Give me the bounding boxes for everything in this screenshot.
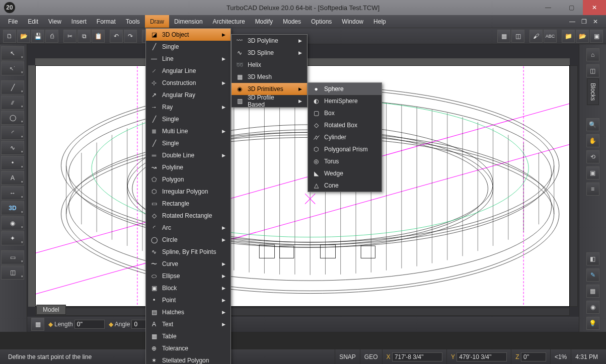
3dprim-item-wedge[interactable]: ◣Wedge	[308, 167, 382, 179]
menu-format[interactable]: Format	[92, 15, 121, 28]
3dprim-item-hemisphere[interactable]: ◐HemiSphere	[308, 95, 382, 107]
view-button-2[interactable]: ◫	[511, 30, 524, 43]
scrollbar-vertical[interactable]	[570, 65, 578, 307]
3dprim-item-polygonal-prism[interactable]: ⬡Polygonal Prism	[308, 143, 382, 155]
menu-view[interactable]: View	[43, 15, 66, 28]
draw-item-block[interactable]: ▣Block▶	[146, 282, 231, 294]
folder-2-button[interactable]: 📂	[576, 30, 589, 43]
menu-edit[interactable]: Edit	[23, 15, 43, 28]
draw-item-angular-ray[interactable]: ↗Angular Ray	[146, 89, 231, 101]
draw-item-circle[interactable]: ◯Circle▶	[146, 234, 231, 246]
3dobject-item-3d-primitives[interactable]: ◉3D Primitives▶	[232, 83, 307, 95]
menu-window[interactable]: Window	[337, 15, 368, 28]
mdi-restore-icon[interactable]: ❐	[581, 18, 587, 25]
tool-point[interactable]: •▾	[1, 156, 24, 170]
right-eraser[interactable]: ◧	[586, 252, 599, 265]
draw-item-polygon[interactable]: ⬠Polygon	[146, 173, 231, 186]
draw-item-ellipse[interactable]: ⬭Ellipse▶	[146, 270, 231, 282]
tool-curve[interactable]: ∿▾	[1, 141, 24, 155]
cut-button[interactable]: ✂	[63, 30, 77, 43]
undo-button[interactable]: ↶	[110, 30, 123, 43]
3dobject-item-helix[interactable]: ➿Helix	[232, 59, 307, 71]
3dprim-item-cone[interactable]: △Cone	[308, 179, 382, 192]
right-orbit[interactable]: ⟲	[586, 150, 599, 163]
status-geo[interactable]: GEO	[360, 349, 382, 364]
tool-select[interactable]: ↖▾	[1, 46, 24, 60]
blocks-tab[interactable]: Blocks	[587, 78, 599, 105]
menu-modes[interactable]: Modes	[278, 15, 306, 28]
3dprim-item-cylinder[interactable]: ⌭Cylinder	[308, 131, 382, 143]
tool-misc[interactable]: ◫▾	[1, 265, 24, 280]
menu-help[interactable]: Help	[368, 15, 391, 28]
draw-item-tolerance[interactable]: ⊕Tolerance	[146, 342, 231, 354]
tool-3d[interactable]: 3D▾	[1, 201, 24, 215]
3dobject-item-3d-spline[interactable]: ∿3D Spline▶	[232, 47, 307, 59]
save-all-button[interactable]: ⎙	[45, 30, 58, 43]
open-file-button[interactable]: 📂	[17, 30, 30, 43]
tool-text[interactable]: A▾	[1, 171, 24, 185]
draw-item-polyline[interactable]: ↝Polyline	[146, 161, 231, 173]
redo-button[interactable]: ↷	[124, 30, 137, 43]
right-edit-tool[interactable]: ✎	[586, 268, 599, 282]
draw-item-irregular-polygon[interactable]: ⬡Irregular Polygon	[146, 186, 231, 198]
draw-item-hatches[interactable]: ▤Hatches▶	[146, 306, 231, 318]
tool-wall[interactable]: ▭▾	[1, 250, 24, 264]
right-lights[interactable]: 💡	[586, 317, 599, 330]
menu-tools[interactable]: Tools	[121, 15, 145, 28]
view-button-1[interactable]: ▦	[497, 30, 510, 43]
3dobject-item-3d-profile-based[interactable]: ▥3D Profile Based▶	[232, 95, 307, 107]
mdi-minimize-icon[interactable]: —	[569, 18, 575, 25]
copy-button[interactable]: ⧉	[78, 30, 91, 43]
draw-item-point[interactable]: •Point▶	[146, 294, 231, 306]
menu-file[interactable]: File	[3, 15, 23, 28]
draw-item-spline-by-fit-points[interactable]: ∿Spline, By Fit Points	[146, 246, 231, 258]
right-pan[interactable]: ✋	[586, 134, 599, 147]
draw-item-stellated-polygon[interactable]: ✶Stellated Polygon	[146, 354, 231, 364]
menu-modify[interactable]: Modify	[250, 15, 278, 28]
right-view[interactable]: ▣	[586, 166, 599, 179]
3dobject-item-3d-mesh[interactable]: ▦3D Mesh	[232, 71, 307, 83]
draw-item-single[interactable]: ╱Single	[146, 41, 231, 53]
propbar-toggle[interactable]: ▦	[31, 318, 44, 331]
tool-dimension[interactable]: ↔▾	[1, 186, 24, 200]
tool-circle[interactable]: ◯▾	[1, 111, 24, 125]
new-file-button[interactable]: 🗋	[3, 30, 16, 43]
tool-primitive[interactable]: ◉▾	[1, 216, 24, 230]
minimize-button[interactable]: —	[537, 0, 560, 15]
draw-item-single[interactable]: ╱Single	[146, 113, 231, 125]
draw-item-multi-line[interactable]: ≣Multi Line▶	[146, 125, 231, 137]
tool-line[interactable]: ╱▾	[1, 80, 24, 95]
tab-model[interactable]: Model	[36, 305, 66, 315]
draw-item-text[interactable]: AText▶	[146, 318, 231, 330]
right-palette[interactable]: ▦	[586, 285, 599, 298]
menu-draw[interactable]: Draw	[145, 15, 169, 28]
right-zoom-extents[interactable]: 🔍	[586, 118, 599, 131]
tool-point-select[interactable]: ↖˙▾	[1, 61, 24, 75]
paste-button[interactable]: 📋	[92, 30, 105, 43]
draw-item-curve[interactable]: 〜Curve▶	[146, 258, 231, 270]
right-materials[interactable]: ◉	[586, 301, 599, 314]
3dprim-item-sphere[interactable]: ●Sphere	[308, 83, 382, 95]
menu-architecture[interactable]: Architecture	[208, 15, 250, 28]
folder-button[interactable]: 📁	[562, 30, 575, 43]
draw-item-construction[interactable]: ⊹Construction▶	[146, 77, 231, 89]
3dprim-item-rotated-box[interactable]: ◇Rotated Box	[308, 119, 382, 131]
length-input[interactable]	[74, 320, 105, 329]
right-tool-2[interactable]: ◫	[586, 64, 599, 77]
tool-star[interactable]: ✦▾	[1, 231, 24, 245]
paint-button[interactable]: 🖌	[529, 30, 543, 43]
draw-item-rotated-rectangle[interactable]: ◇Rotated Rectangle	[146, 210, 231, 222]
scrollbar-horizontal[interactable]	[35, 308, 570, 316]
3dobject-item-3d-polyline[interactable]: 〰3D Polyline▶	[232, 35, 307, 47]
save-button[interactable]: 💾	[31, 30, 44, 43]
draw-item-line[interactable]: —Line▶	[146, 53, 231, 65]
right-layers[interactable]: ≡	[586, 183, 599, 196]
right-tool-1[interactable]: ⌂	[586, 48, 599, 61]
draw-item-single[interactable]: ╱Single	[146, 137, 231, 149]
draw-item-3d-object[interactable]: ◪3D Object▶	[146, 29, 231, 41]
draw-item-ray[interactable]: →Ray▶	[146, 101, 231, 113]
draw-item-rectangle[interactable]: ▭Rectangle	[146, 198, 231, 210]
menu-options[interactable]: Options	[306, 15, 337, 28]
draw-item-table[interactable]: ▦Table	[146, 330, 231, 342]
3dprim-item-torus[interactable]: ◎Torus	[308, 155, 382, 167]
